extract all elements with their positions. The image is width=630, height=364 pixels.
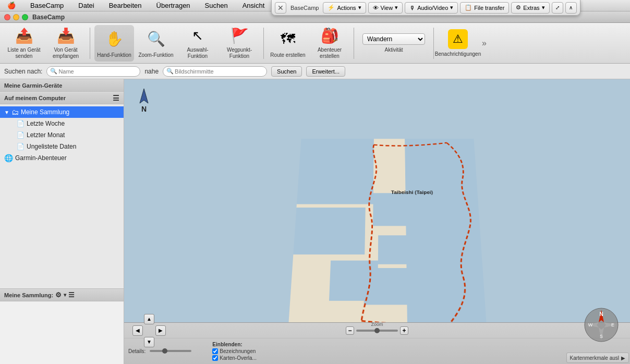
pan-empty-tl bbox=[132, 314, 143, 324]
list-icon[interactable]: ☰ bbox=[113, 94, 119, 102]
zoom-plus-button[interactable]: + bbox=[400, 326, 408, 335]
water-patch-8 bbox=[364, 268, 407, 305]
tool-zoom-label: Zoom-Funktion bbox=[138, 52, 173, 58]
send-icon: 📤 bbox=[13, 27, 35, 45]
north-arrow-svg: N bbox=[135, 88, 153, 114]
list-icon2[interactable]: ☰ bbox=[68, 291, 75, 299]
search-location-input[interactable] bbox=[163, 66, 267, 77]
view-button[interactable]: 👁 View ▾ bbox=[368, 2, 403, 14]
last-week-doc-icon: 📄 bbox=[17, 120, 25, 127]
extras-icon: ⚙ bbox=[516, 4, 521, 11]
tool-zoom[interactable]: 🔍 Zoom-Funktion bbox=[136, 25, 176, 62]
bezeichnungen-checkbox[interactable] bbox=[212, 348, 218, 354]
sidebar-item-my-collection[interactable]: ▼ 🗂 Meine Sammlung bbox=[0, 106, 124, 118]
activity-dropdown[interactable]: Wandern Radfahren Autofahren Laufen bbox=[362, 33, 425, 45]
search-name-wrap: 🔍 bbox=[46, 66, 140, 77]
pan-right-button[interactable]: ▶ bbox=[155, 325, 166, 336]
search-button[interactable]: Suchen bbox=[271, 66, 302, 77]
notifications-label: Benachrichtigungen bbox=[435, 51, 481, 57]
tool-notifications[interactable]: ⚠ Benachrichtigungen bbox=[438, 25, 478, 62]
last-month-label: Letzter Monat bbox=[27, 131, 65, 139]
main-content: Meine Garmin-Geräte Auf meinem Computer … bbox=[0, 79, 630, 364]
menu-ansicht[interactable]: Ansicht bbox=[239, 1, 268, 10]
zoom-minus-button[interactable]: − bbox=[346, 326, 354, 335]
karten-overlay-row: Karten-Overla... bbox=[212, 355, 257, 361]
tool-adventure[interactable]: 🎒 Abenteuer erstellen bbox=[310, 25, 349, 62]
gear-icon[interactable]: ⚙ bbox=[55, 291, 62, 299]
search-name-input[interactable] bbox=[46, 66, 140, 77]
tool-receive[interactable]: 📥 Von Gerät empfangen bbox=[46, 25, 86, 62]
sidebar-bottom-content bbox=[0, 301, 124, 364]
north-arrow: N bbox=[135, 88, 153, 114]
tool-hand[interactable]: ✋ Hand-Funktion bbox=[94, 25, 134, 62]
minimize-traffic-light[interactable] bbox=[13, 14, 19, 20]
zoom-slider-thumb bbox=[374, 328, 380, 333]
map-controls-top: ▲ ◀ ▶ ▼ − + bbox=[124, 323, 630, 338]
einblenden-section: Einblenden: Bezeichnungen Karten-Overla.… bbox=[212, 342, 257, 361]
sidebar-bottom: Meine Sammlung: ⚙ ▾ ☰ bbox=[0, 288, 124, 364]
collapse-button[interactable]: ∧ bbox=[565, 2, 577, 14]
expand-button[interactable]: ⤢ bbox=[552, 2, 563, 14]
pan-down-button[interactable]: ▼ bbox=[144, 337, 154, 347]
bottom-section-label: Meine Sammlung: bbox=[4, 292, 53, 298]
close-traffic-light[interactable] bbox=[4, 14, 10, 20]
map-controls: ▲ ◀ ▶ ▼ − + bbox=[124, 322, 630, 364]
map-tilted[interactable]: Taibeishi (Taipei) bbox=[288, 139, 487, 326]
menu-basecamp[interactable]: BaseCamp bbox=[27, 1, 67, 10]
maximize-traffic-light[interactable] bbox=[22, 14, 28, 20]
traffic-lights bbox=[4, 14, 28, 20]
search-location-wrap: 🔍 bbox=[163, 66, 267, 77]
pan-up-button[interactable]: ▲ bbox=[144, 314, 154, 324]
activity-selector[interactable]: Wandern Radfahren Autofahren Laufen Akti… bbox=[362, 33, 425, 53]
computer-section-header: Auf meinem Computer ☰ bbox=[0, 92, 124, 104]
audio-arrow-icon: ▾ bbox=[450, 4, 453, 11]
pan-empty-br bbox=[155, 337, 166, 347]
toolbar-divider-1 bbox=[90, 28, 90, 59]
menu-bearbeiten[interactable]: Bearbeiten bbox=[106, 1, 145, 10]
tool-route[interactable]: 🗺 Route erstellen bbox=[268, 25, 308, 62]
view-arrow-icon: ▾ bbox=[395, 4, 398, 11]
sidebar-item-unlisted[interactable]: 📄 Ungelistete Daten bbox=[0, 141, 124, 152]
collection-folder-icon: 🗂 bbox=[11, 108, 19, 116]
menu-ubertragen[interactable]: Übertragen bbox=[153, 1, 193, 10]
actions-button[interactable]: ⚡ Actions ▾ bbox=[323, 2, 366, 14]
tool-send[interactable]: 📤 Liste an Gerät senden bbox=[4, 25, 44, 62]
close-button[interactable]: ✕ bbox=[275, 2, 286, 14]
compass-rose-svg: N S W E bbox=[583, 307, 620, 343]
compass-rose: N S W E bbox=[583, 307, 620, 343]
sidebar-item-last-month[interactable]: 📄 Letzter Monat bbox=[0, 129, 124, 141]
notification-icon: ⚠ bbox=[448, 29, 468, 49]
garmin-adventure-label: Garmin-Abenteuer bbox=[15, 154, 67, 162]
tool-select[interactable]: ↖ Auswahl-Funktion bbox=[178, 25, 217, 62]
devices-section-label: Meine Garmin-Geräte bbox=[4, 82, 62, 89]
devices-section-header: Meine Garmin-Geräte bbox=[0, 79, 124, 92]
file-transfer-button[interactable]: 📋 File transfer bbox=[460, 2, 509, 14]
details-slider[interactable] bbox=[150, 350, 191, 352]
svg-text:S: S bbox=[600, 334, 603, 339]
pan-empty-bl bbox=[132, 337, 143, 347]
extras-button[interactable]: ⚙ Extras ▾ bbox=[511, 2, 549, 14]
audio-video-button[interactable]: 🎙 Audio/Video ▾ bbox=[405, 2, 458, 14]
details-label: Details: bbox=[128, 348, 146, 354]
toolbar-divider-4 bbox=[433, 28, 434, 59]
unlisted-doc-icon: 📄 bbox=[17, 143, 25, 150]
karten-overlay-checkbox[interactable] bbox=[212, 355, 218, 361]
svg-text:N: N bbox=[141, 105, 147, 113]
kartenmerkmale-bar: Kartenmerkmale ausl ▶ bbox=[566, 353, 629, 363]
apple-menu[interactable]: 🍎 bbox=[4, 1, 19, 10]
menu-suchen[interactable]: Suchen bbox=[202, 1, 231, 10]
pan-left-button[interactable]: ◀ bbox=[132, 325, 143, 336]
advanced-button[interactable]: Erweitert... bbox=[306, 66, 345, 77]
sidebar-item-last-week[interactable]: 📄 Letzte Woche bbox=[0, 118, 124, 129]
map-area[interactable]: N Taib bbox=[124, 79, 630, 364]
sidebar-bottom-header: Meine Sammlung: ⚙ ▾ ☰ bbox=[0, 289, 124, 301]
zoom-slider[interactable] bbox=[356, 330, 398, 332]
floating-toolbar: ✕ BaseCamp ⚡ Actions ▾ 👁 View ▾ 🎙 Audio/… bbox=[271, 0, 580, 16]
file-icon: 📋 bbox=[465, 4, 472, 11]
bezeichnungen-row: Bezeichnungen bbox=[212, 348, 257, 354]
tool-send-label: Liste an Gerät senden bbox=[6, 47, 42, 59]
sidebar-item-garmin-adventure[interactable]: 🌐 Garmin-Abenteuer bbox=[0, 152, 124, 164]
svg-text:E: E bbox=[611, 322, 614, 327]
tool-waypoint[interactable]: 🚩 Wegpunkt-Funktion bbox=[220, 25, 259, 62]
menu-datei[interactable]: Datei bbox=[75, 1, 97, 10]
